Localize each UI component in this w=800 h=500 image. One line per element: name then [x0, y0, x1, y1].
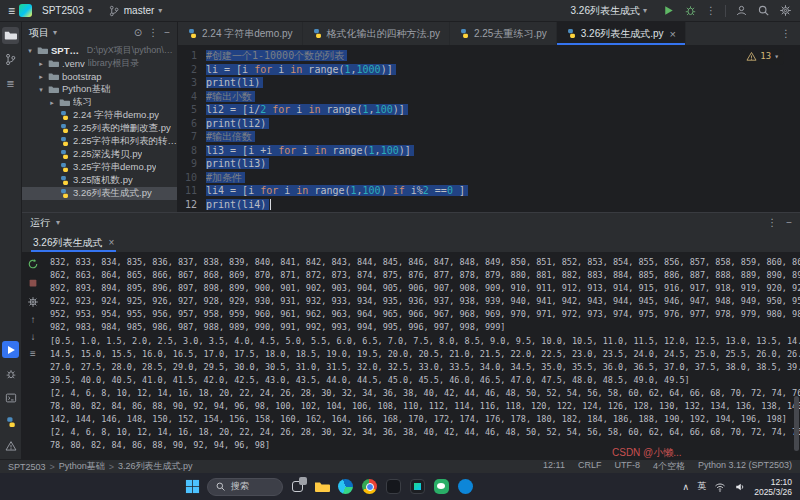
chevron-down-icon: ▾ — [88, 7, 92, 15]
line-number: 4 — [178, 90, 197, 104]
project-tool-window-icon[interactable] — [2, 27, 19, 44]
python-console-tool-window-icon[interactable] — [2, 413, 19, 430]
more-options-icon[interactable]: ⋮ — [767, 218, 777, 228]
close-icon[interactable]: × — [670, 28, 676, 40]
rerun-icon[interactable] — [27, 258, 39, 270]
tree-item[interactable]: ▸.venvlibrary根目录 — [22, 57, 177, 70]
code-line[interactable]: #创建一个1-10000个数的列表 — [206, 49, 800, 63]
ime-indicator[interactable]: 英 — [697, 480, 706, 493]
pycharm-app-icon[interactable] — [408, 477, 427, 496]
main-menu-icon[interactable]: ≡ — [8, 5, 15, 17]
tray-expand-icon[interactable]: ∧ — [683, 482, 690, 492]
debug-tool-window-icon[interactable] — [2, 365, 19, 382]
run-tab-bar: 3.26列表生成式 × — [22, 233, 800, 253]
run-console-output[interactable]: 832, 833, 834, 835, 836, 837, 838, 839, … — [44, 253, 800, 459]
start-button[interactable] — [183, 477, 202, 496]
tree-item[interactable]: 2.24 字符串demo.py — [22, 109, 177, 122]
code-editor[interactable]: #创建一个1-10000个数的列表li = [i for i in range(… — [206, 49, 800, 212]
breadcrumb-item[interactable]: 3.26列表生成式.py — [118, 460, 193, 473]
editor[interactable]: 123456789101112 #创建一个1-10000个数的列表li = [i… — [178, 46, 800, 212]
chevron-icon[interactable]: ▾ — [37, 86, 45, 94]
more-options-icon[interactable]: ⋮ — [148, 28, 158, 38]
code-line[interactable]: print(li3) — [206, 157, 800, 171]
task-view-icon[interactable] — [288, 477, 307, 496]
editor-tab[interactable]: 格式化输出的四种方法.py — [303, 22, 450, 45]
hide-panel-icon[interactable]: − — [786, 218, 792, 228]
chevron-icon[interactable]: ▾ — [26, 47, 34, 55]
code-line[interactable]: #输出小数 — [206, 90, 800, 104]
debug-button[interactable] — [684, 4, 697, 17]
tree-item[interactable]: 2.25深浅拷贝.py — [22, 148, 177, 161]
code-line[interactable]: li2 = [i/2 for i in range(1,100)] — [206, 103, 800, 117]
chevron-icon[interactable]: ▸ — [37, 60, 45, 68]
scroll-up-icon[interactable]: ↑ — [31, 315, 36, 325]
caret-position[interactable]: 12:11 — [543, 460, 565, 473]
wechat-app-icon[interactable] — [432, 477, 451, 496]
line-separator[interactable]: CRLF — [578, 460, 602, 473]
run-button[interactable] — [662, 4, 675, 17]
editor-tab[interactable]: 3.26列表生成式.py× — [557, 22, 686, 45]
code-line[interactable]: #加条件 — [206, 171, 800, 185]
run-tool-window-icon[interactable] — [2, 341, 19, 358]
user-icon[interactable] — [735, 4, 748, 17]
python-interpreter[interactable]: Python 3.12 (SPT2503) — [698, 460, 792, 473]
tree-item[interactable]: 3.25随机数.py — [22, 174, 177, 187]
inspections-widget[interactable]: 13 ▾ — [741, 49, 784, 65]
scroll-down-icon[interactable]: ↓ — [31, 332, 36, 342]
editor-tab[interactable]: 2.25去重练习.py — [450, 22, 557, 45]
tree-item[interactable]: 2.25列表的增删改查.py — [22, 122, 177, 135]
tree-item[interactable]: 3.26列表生成式.py — [22, 187, 177, 200]
search-everywhere-icon[interactable] — [757, 4, 770, 17]
locate-file-icon[interactable]: ⊙ — [134, 28, 142, 38]
chevron-icon[interactable]: ▸ — [48, 99, 56, 107]
code-line[interactable]: li = [i for i in range(1,1000)] — [206, 63, 800, 77]
qq-app-icon[interactable] — [456, 477, 475, 496]
file-explorer-icon[interactable] — [312, 477, 331, 496]
breadcrumb-item[interactable]: Python基础 — [59, 460, 105, 473]
indent-style[interactable]: 4个空格 — [653, 460, 685, 473]
breadcrumb-item[interactable]: SPT2503 — [8, 462, 46, 472]
more-run-actions-icon[interactable]: ⋮ — [706, 6, 716, 16]
editor-tab[interactable]: 2.24 字符串demo.py — [178, 22, 303, 45]
taskbar-search[interactable]: 搜索 — [207, 478, 283, 496]
terminal-tool-window-icon[interactable] — [2, 389, 19, 406]
run-tab[interactable]: 3.26列表生成式 × — [31, 233, 116, 252]
vcs-branch-widget[interactable]: master ▾ — [102, 3, 169, 19]
project-widget[interactable]: SPT2503 ▾ — [36, 3, 98, 18]
code-line[interactable]: li4 = [i for i in range(1,100) if i%2 ==… — [206, 184, 800, 198]
output-line: 832, 833, 834, 835, 836, 837, 838, 839, … — [50, 256, 794, 269]
code-line[interactable]: print(li2) — [206, 117, 800, 131]
tree-item[interactable]: ▸练习 — [22, 96, 177, 109]
terminal-app-icon[interactable] — [384, 477, 403, 496]
chevron-down-icon[interactable]: ▾ — [53, 29, 57, 37]
code-line[interactable]: print(li4) — [206, 198, 800, 212]
close-icon[interactable]: × — [108, 238, 114, 248]
tree-item[interactable]: ▸bootstrap — [22, 70, 177, 83]
structure-tool-window-icon[interactable]: ≣ — [2, 75, 19, 92]
stop-icon[interactable] — [27, 277, 39, 289]
code-line[interactable]: li3 = [i +i for i in range(1,100)] — [206, 144, 800, 158]
settings-gear-icon[interactable] — [779, 4, 792, 17]
file-encoding[interactable]: UTF-8 — [614, 460, 640, 473]
volume-icon[interactable] — [734, 481, 746, 493]
tree-item[interactable]: 3.25字符串demo.py — [22, 161, 177, 174]
run-config-widget[interactable]: 3.26列表生成式 ▾ — [565, 2, 653, 20]
scrollbar-thumb[interactable] — [794, 396, 799, 451]
code-line[interactable]: print(li) — [206, 76, 800, 90]
tree-item[interactable]: 2.25字符串和列表的转换.py — [22, 135, 177, 148]
commit-tool-window-icon[interactable] — [2, 51, 19, 68]
wifi-icon[interactable] — [714, 481, 726, 493]
chevron-icon[interactable]: ▸ — [37, 73, 45, 81]
tree-item[interactable]: ▾SPT2503D:\pyX项目\python\myflaski — [22, 44, 177, 57]
run-settings-gear-icon[interactable] — [27, 296, 39, 308]
soft-wrap-icon[interactable]: ≡ — [30, 349, 36, 359]
more-tabs-icon[interactable]: ⋮ — [772, 22, 800, 45]
taskbar-clock[interactable]: 12:10 2025/3/26 — [754, 477, 792, 497]
chrome-browser-icon[interactable] — [360, 477, 379, 496]
edge-browser-icon[interactable] — [336, 477, 355, 496]
problems-tool-window-icon[interactable] — [2, 437, 19, 454]
tree-item[interactable]: ▾Python基础 — [22, 83, 177, 96]
hide-panel-icon[interactable]: − — [164, 28, 170, 38]
code-line[interactable]: #输出倍数 — [206, 130, 800, 144]
python-file-icon — [59, 188, 70, 199]
